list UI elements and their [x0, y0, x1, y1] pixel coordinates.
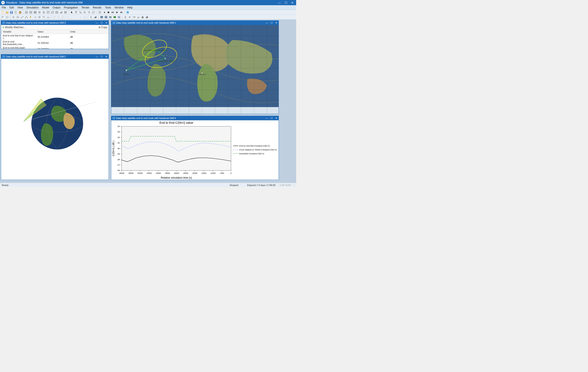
menu-edit[interactable]: Edit: [9, 6, 14, 9]
menu-view[interactable]: View: [17, 6, 23, 9]
map-terrain-icon[interactable]: [113, 15, 117, 19]
group-remove-icon[interactable]: [57, 15, 61, 19]
table-row[interactable]: End to end link.(start-end).Th...27.7309…: [1, 46, 109, 49]
col-variable[interactable]: Variable: [1, 30, 36, 34]
paste-icon[interactable]: [18, 10, 22, 14]
sim1-close[interactable]: ✕: [275, 21, 277, 24]
close-button[interactable]: ✕: [291, 1, 294, 4]
view-chart-icon[interactable]: [51, 10, 54, 14]
view-3d-icon[interactable]: [38, 10, 42, 14]
col-value[interactable]: Value: [36, 30, 68, 34]
view-mercator-icon[interactable]: [29, 10, 33, 14]
zoom-out-icon[interactable]: [87, 10, 91, 14]
ground-icon[interactable]: [136, 15, 140, 19]
sim4-maximize[interactable]: ☐: [271, 117, 273, 120]
view-map-icon[interactable]: [24, 10, 28, 14]
beam-circle-icon[interactable]: [11, 15, 15, 19]
orbit-icon[interactable]: [132, 15, 136, 19]
play-icon[interactable]: [115, 10, 119, 14]
view-spreadsheet-icon[interactable]: [55, 10, 59, 14]
view-stats-icon[interactable]: [59, 10, 63, 14]
tool-f-icon[interactable]: [83, 15, 87, 19]
map-layer-icon[interactable]: [104, 15, 108, 19]
tool-e-icon[interactable]: [78, 15, 82, 19]
save-icon[interactable]: [10, 10, 13, 14]
sim3-close[interactable]: ✕: [105, 21, 107, 24]
chart-view[interactable]: End to End C/(N+I) value2627282930313233…: [111, 120, 279, 180]
table-row[interactable]: End to end link.Downlink.Link...31.32818…: [1, 40, 109, 46]
menu-file[interactable]: File: [2, 6, 6, 9]
sim4-close[interactable]: ✕: [275, 117, 277, 120]
sim3-minimize[interactable]: —: [96, 21, 98, 24]
sigma-icon[interactable]: Σ: [89, 15, 93, 19]
clock-icon[interactable]: [98, 10, 102, 14]
variable-x-icon[interactable]: (x): [46, 15, 50, 19]
label-tdrs1: TDRS-1: [123, 73, 130, 75]
view-text-icon[interactable]: [63, 10, 67, 14]
satellite-icon[interactable]: [128, 15, 132, 19]
zoom-in-icon[interactable]: [83, 10, 87, 14]
group-add-icon[interactable]: [52, 15, 56, 19]
menu-output[interactable]: Output: [53, 6, 61, 9]
table-row[interactable]: End to end link.From Station t...30.2243…: [1, 34, 109, 40]
tool-a-icon[interactable]: [61, 15, 65, 19]
link-bolt-icon[interactable]: [29, 15, 33, 19]
beam-square-icon[interactable]: [16, 15, 20, 19]
info-icon[interactable]: i: [126, 10, 130, 14]
view-table-icon[interactable]: [33, 10, 37, 14]
view-polar-icon[interactable]: [42, 10, 46, 14]
map-view[interactable]: International Space Station Control Eart…: [111, 25, 279, 114]
copy-icon[interactable]: [14, 10, 18, 14]
col-units[interactable]: Units: [68, 30, 109, 34]
link-line-icon[interactable]: [20, 15, 24, 19]
play-pause-icon[interactable]: [111, 10, 115, 14]
message-icon[interactable]: [92, 10, 95, 14]
sim4-minimize[interactable]: —: [266, 117, 268, 120]
open-file-icon[interactable]: [5, 10, 9, 14]
minimize-button[interactable]: —: [278, 1, 281, 4]
menu-tools[interactable]: Tools: [105, 6, 111, 9]
sim3-maximize[interactable]: ☐: [101, 21, 103, 24]
menu-propagation[interactable]: Propagation: [64, 6, 78, 9]
tool-c-icon[interactable]: [70, 15, 74, 19]
ellipse-icon[interactable]: [5, 15, 9, 19]
copy-button[interactable]: ⧉ Copy: [99, 26, 107, 29]
buildings-b-icon[interactable]: [145, 15, 149, 19]
hand-icon[interactable]: [74, 10, 78, 14]
map-grid-icon[interactable]: [108, 15, 112, 19]
gear-icon[interactable]: [38, 15, 42, 19]
buildings-a-icon[interactable]: [141, 15, 145, 19]
link-multi-icon[interactable]: [24, 15, 28, 19]
maximize-button[interactable]: ☐: [285, 1, 287, 4]
sim1-maximize[interactable]: ☐: [271, 21, 273, 24]
antenna-dish-icon[interactable]: [1, 15, 5, 19]
sim2-maximize[interactable]: ☐: [101, 55, 103, 58]
zoom-area-icon[interactable]: [78, 10, 82, 14]
view-watch-icon[interactable]: [46, 10, 50, 14]
sim2-close[interactable]: ✕: [105, 55, 107, 58]
menu-terrain[interactable]: Terrain: [81, 6, 89, 9]
globe-view[interactable]: [1, 59, 109, 180]
pointer-icon[interactable]: [70, 10, 74, 14]
stop-icon[interactable]: [106, 10, 110, 14]
menu-help[interactable]: Help: [127, 6, 133, 9]
map-settings-icon[interactable]: [100, 15, 104, 19]
fast-forward-icon[interactable]: [119, 10, 123, 14]
station-add-icon[interactable]: [123, 15, 127, 19]
menu-results[interactable]: Results: [93, 6, 102, 9]
modify-watches-button[interactable]: + Modify Watches...: [2, 26, 26, 29]
sim1-minimize[interactable]: —: [266, 21, 268, 24]
link-arrow-icon[interactable]: [33, 15, 37, 19]
gear-dropdown-icon[interactable]: [42, 15, 46, 19]
sim2-minimize[interactable]: —: [96, 55, 98, 58]
menu-window[interactable]: Window: [115, 6, 124, 9]
rewind-icon[interactable]: [102, 10, 106, 14]
menu-model[interactable]: Model: [42, 6, 49, 9]
map-overlay-icon[interactable]: [117, 15, 121, 19]
resize-grip-icon[interactable]: ⋰: [292, 184, 294, 186]
stats-chart-icon[interactable]: [94, 15, 97, 19]
new-file-icon[interactable]: [1, 10, 5, 14]
tool-d-icon[interactable]: [74, 15, 78, 19]
tool-b-icon[interactable]: [65, 15, 69, 19]
menu-simulation[interactable]: Simulation: [26, 6, 39, 9]
